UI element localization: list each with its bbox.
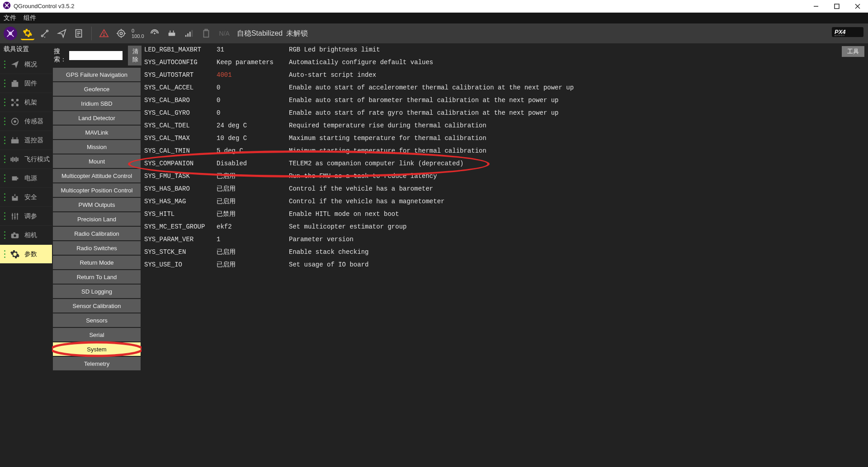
category-item[interactable]: Return Mode [53,256,141,269]
svg-point-39 [14,120,16,123]
sidebar-item-2[interactable]: 机架 [0,93,52,112]
toolbar-messages-icon[interactable] [97,27,111,40]
sidebar-item-3[interactable]: 传感器 [0,112,52,131]
category-item[interactable]: Multicopter Attitude Control [53,169,141,182]
category-item[interactable]: Iridium SBD [53,97,141,110]
param-row[interactable]: SYS_CAL_GYRO0Enable auto start of rate g… [142,107,868,119]
param-row[interactable]: SYS_HAS_BARO已启用Control if the vehicle ha… [142,182,868,195]
menu-component[interactable]: 组件 [24,14,36,22]
svg-rect-32 [13,80,16,82]
param-name: SYS_HAS_BARO [144,185,217,192]
svg-rect-22 [185,35,186,37]
category-item[interactable]: Geofence [53,82,141,96]
param-row[interactable]: SYS_CAL_TMAX10 deg CMaximum starting tem… [142,132,868,145]
param-row[interactable]: SYS_HITL已禁用Enable HITL mode on next boot [142,208,868,220]
sidebar-item-label: 飞行模式 [24,155,50,163]
param-row[interactable]: SYS_HAS_MAG已启用Control if the vehicle has… [142,195,868,208]
toolbar-telemetry-icon[interactable] [148,27,161,40]
toolbar-signal-icon[interactable] [182,27,196,40]
param-row[interactable]: SYS_CAL_TMIN5 deg CMinimum starting temp… [142,145,868,157]
svg-text:AUTOPILOT: AUTOPILOT [835,34,845,37]
sidebar-item-0[interactable]: 概况 [0,55,52,74]
toolbar-gps-icon[interactable] [114,27,128,40]
sidebar-icon [9,191,21,203]
param-row[interactable]: SYS_MC_EST_GROUPekf2Set multicopter esti… [142,220,868,233]
toolbar-armed-state[interactable]: 未解锁 [286,29,308,38]
menubar: 文件 组件 [0,13,868,23]
category-item[interactable]: Multicopter Position Control [53,183,141,197]
sidebar-item-7[interactable]: 安全 [0,188,52,207]
category-item[interactable]: Mission [53,140,141,154]
category-item[interactable]: Sensor Calibration [53,299,141,313]
category-item[interactable]: Radio Calibration [53,227,141,240]
category-item[interactable]: Telemetry [53,357,141,370]
category-item[interactable]: Sensors [53,313,141,327]
param-row[interactable]: SYS_STCK_EN已启用Enable stack checking [142,246,868,258]
sidebar-item-8[interactable]: 调参 [0,207,52,226]
param-value: 已启用 [217,261,289,269]
category-item[interactable]: SD Logging [53,285,141,298]
category-item[interactable]: System [53,342,141,356]
sidebar-icon [9,210,21,222]
svg-point-56 [52,342,142,356]
param-name: LED_RGB1_MAXBRT [144,46,217,53]
sidebar-item-5[interactable]: 飞行模式 [0,150,52,169]
sidebar-item-6[interactable]: 电源 [0,169,52,188]
param-desc: Set usage of IO board [289,261,868,268]
toolbar-app-button[interactable] [4,27,17,40]
toolbar-plan-button[interactable] [38,27,52,40]
status-dots [4,188,5,207]
menu-file[interactable]: 文件 [4,14,16,22]
param-row[interactable]: SYS_CAL_ACCEL0Enable auto start of accel… [142,81,868,94]
param-row[interactable]: SYS_PARAM_VER1Parameter version [142,233,868,246]
tools-button[interactable]: 工具 [842,46,864,57]
sidebar-item-10[interactable]: 参数 [0,245,52,264]
svg-point-11 [104,35,104,36]
param-desc: Run the FMU as a task to reduce latency [289,173,868,180]
category-item[interactable]: Mount [53,154,141,168]
param-name: SYS_CAL_TMAX [144,135,217,142]
category-item[interactable]: Serial [53,328,141,341]
toolbar-fly-button[interactable] [55,27,69,40]
search-input[interactable] [69,51,123,60]
category-item[interactable]: Precision Land [53,212,141,226]
category-item[interactable]: Return To Land [53,270,141,284]
category-item[interactable]: PWM Outputs [53,198,141,211]
param-name: SYS_MC_EST_GROUP [144,223,217,230]
status-dots [4,112,5,131]
param-row[interactable]: SYS_CAL_TDEL24 deg CRequired temperature… [142,119,868,132]
toolbar-battery-icon[interactable] [199,27,213,40]
svg-point-8 [47,30,48,32]
toolbar-rc-icon[interactable] [165,27,179,40]
window-maximize-button[interactable] [826,0,847,13]
search-clear-button[interactable]: 清除 [128,46,143,65]
param-row[interactable]: SYS_AUTOCONFIGKeep parametersAutomatical… [142,56,868,69]
window-titlebar: QGroundControl v3.5.2 [0,0,868,13]
toolbar-flight-mode[interactable]: 自稳Stabilized [237,29,283,38]
param-desc: RGB Led brightness limit [289,46,868,53]
toolbar-setup-button[interactable] [21,27,34,40]
category-item[interactable]: MAVLink [53,126,141,139]
param-row[interactable]: LED_RGB1_MAXBRT31RGB Led brightness limi… [142,43,868,56]
param-row[interactable]: SYS_CAL_BARO0Enable auto start of barome… [142,94,868,107]
param-row[interactable]: SYS_AUTOSTART4001Auto-start script index [142,69,868,81]
param-name: SYS_PARAM_VER [144,236,217,243]
sidebar-icon [9,173,21,184]
param-row[interactable]: SYS_FMU_TASK已启用Run the FMU as a task to … [142,170,868,182]
svg-rect-3 [835,4,839,9]
sidebar-item-1[interactable]: 固件 [0,74,52,93]
window-minimize-button[interactable] [806,0,826,13]
param-row[interactable]: SYS_COMPANIONDisabledTELEM2 as companion… [142,157,868,170]
sidebar-item-9[interactable]: 相机 [0,226,52,245]
param-row[interactable]: SYS_USE_IO已启用Set usage of IO board [142,258,868,271]
brand-logo: PX4AUTOPILOT [832,27,863,38]
param-name: SYS_CAL_TMIN [144,147,217,154]
sidebar-item-4[interactable]: 遥控器 [0,131,52,150]
category-item[interactable]: Land Detector [53,111,141,125]
svg-point-1 [6,5,8,7]
toolbar-analyze-button[interactable] [72,27,86,40]
category-item[interactable]: GPS Failure Navigation [53,68,141,81]
window-close-button[interactable] [847,0,868,13]
category-item[interactable]: Radio Switches [53,241,141,255]
status-dots [4,226,5,245]
